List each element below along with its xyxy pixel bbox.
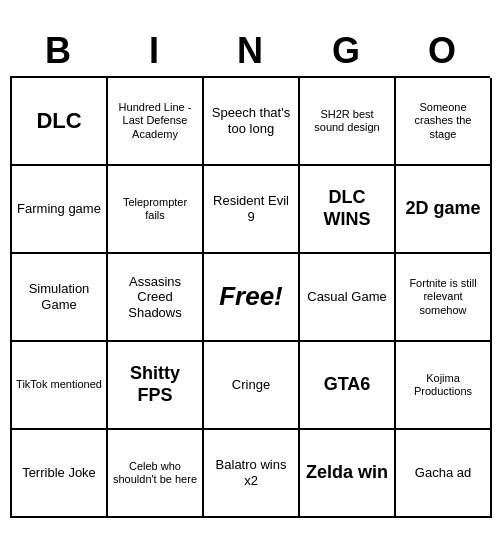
bingo-cell: DLC: [12, 78, 108, 166]
cell-text: Casual Game: [307, 289, 386, 305]
bingo-cell: Assasins Creed Shadows: [108, 254, 204, 342]
bingo-cell: SH2R best sound design: [300, 78, 396, 166]
cell-text: DLC WINS: [304, 187, 390, 230]
cell-text: Hundred Line - Last Defense Academy: [112, 101, 198, 141]
cell-text: Zelda win: [306, 462, 388, 484]
bingo-card: BINGO DLCHundred Line - Last Defense Aca…: [10, 26, 490, 518]
bingo-header: BINGO: [10, 26, 490, 76]
bingo-cell: Zelda win: [300, 430, 396, 518]
bingo-cell: Free!: [204, 254, 300, 342]
header-letter: G: [302, 30, 390, 72]
cell-text: Teleprompter fails: [112, 196, 198, 222]
bingo-cell: Speech that's too long: [204, 78, 300, 166]
bingo-cell: Hundred Line - Last Defense Academy: [108, 78, 204, 166]
bingo-cell: Cringe: [204, 342, 300, 430]
cell-text: GTA6: [324, 374, 371, 396]
cell-text: Terrible Joke: [22, 465, 96, 481]
cell-text: Balatro wins x2: [208, 457, 294, 488]
cell-text: Cringe: [232, 377, 270, 393]
cell-text: 2D game: [405, 198, 480, 220]
bingo-cell: Shitty FPS: [108, 342, 204, 430]
bingo-cell: Farming game: [12, 166, 108, 254]
cell-text: SH2R best sound design: [304, 108, 390, 134]
cell-text: Assasins Creed Shadows: [112, 274, 198, 321]
bingo-cell: Celeb who shouldn't be here: [108, 430, 204, 518]
bingo-cell: Teleprompter fails: [108, 166, 204, 254]
cell-text: Shitty FPS: [112, 363, 198, 406]
bingo-cell: Balatro wins x2: [204, 430, 300, 518]
bingo-cell: TikTok mentioned: [12, 342, 108, 430]
bingo-cell: GTA6: [300, 342, 396, 430]
bingo-cell: Gacha ad: [396, 430, 492, 518]
bingo-grid: DLCHundred Line - Last Defense AcademySp…: [10, 76, 490, 518]
cell-text: Gacha ad: [415, 465, 471, 481]
bingo-cell: Fortnite is still relevant somehow: [396, 254, 492, 342]
header-letter: B: [14, 30, 102, 72]
cell-text: Simulation Game: [16, 281, 102, 312]
cell-text: DLC: [36, 108, 81, 134]
cell-text: Farming game: [17, 201, 101, 217]
bingo-cell: Simulation Game: [12, 254, 108, 342]
bingo-cell: Someone crashes the stage: [396, 78, 492, 166]
cell-text: Someone crashes the stage: [400, 101, 486, 141]
cell-text: Fortnite is still relevant somehow: [400, 277, 486, 317]
bingo-cell: Terrible Joke: [12, 430, 108, 518]
header-letter: O: [398, 30, 486, 72]
cell-text: Resident Evil 9: [208, 193, 294, 224]
cell-text: Kojima Productions: [400, 372, 486, 398]
bingo-cell: DLC WINS: [300, 166, 396, 254]
header-letter: N: [206, 30, 294, 72]
bingo-cell: Kojima Productions: [396, 342, 492, 430]
cell-text: Free!: [219, 281, 283, 312]
header-letter: I: [110, 30, 198, 72]
bingo-cell: Casual Game: [300, 254, 396, 342]
bingo-cell: 2D game: [396, 166, 492, 254]
cell-text: Celeb who shouldn't be here: [112, 460, 198, 486]
cell-text: TikTok mentioned: [16, 378, 102, 391]
cell-text: Speech that's too long: [208, 105, 294, 136]
bingo-cell: Resident Evil 9: [204, 166, 300, 254]
